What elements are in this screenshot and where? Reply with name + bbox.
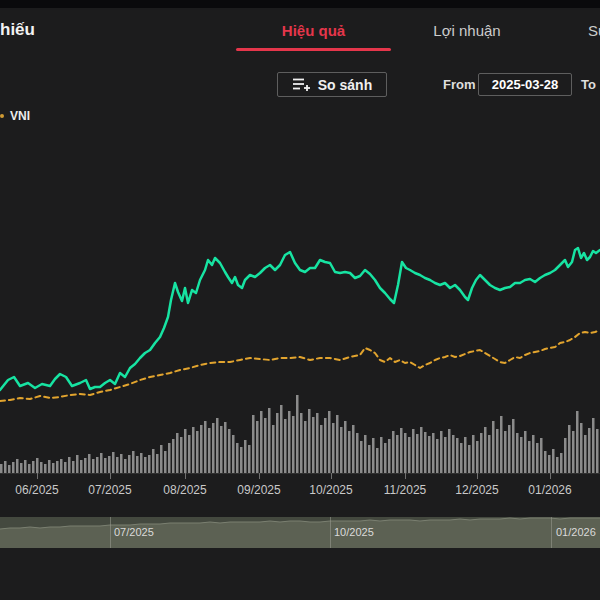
volume-bar — [312, 417, 315, 473]
volume-bar — [196, 431, 199, 473]
volume-bar — [112, 452, 115, 473]
x-axis-label: 07/2025 — [88, 483, 131, 497]
volume-bar — [356, 433, 359, 473]
chart-plot-area[interactable] — [0, 0, 600, 517]
volume-bar — [60, 459, 63, 473]
volume-bar — [476, 441, 479, 473]
volume-bar — [104, 458, 107, 473]
volume-bar — [440, 431, 443, 473]
volume-bar — [400, 428, 403, 473]
volume-bar — [180, 437, 183, 473]
volume-bar — [168, 443, 171, 473]
volume-bar — [580, 423, 583, 473]
volume-bar — [412, 429, 415, 473]
volume-bar — [56, 461, 59, 473]
performance-line[interactable] — [0, 248, 600, 390]
volume-bar — [88, 454, 91, 473]
volume-bar — [144, 457, 147, 473]
volume-bar — [416, 434, 419, 473]
volume-bar — [536, 443, 539, 473]
navigator-scrubber[interactable] — [0, 517, 600, 548]
volume-bar — [424, 432, 427, 473]
volume-bar — [12, 462, 15, 473]
volume-bar — [576, 411, 579, 473]
volume-bar — [560, 453, 563, 473]
volume-bar — [44, 464, 47, 473]
volume-bar — [372, 438, 375, 473]
volume-bar — [508, 425, 511, 473]
volume-bar — [32, 461, 35, 473]
volume-bar — [8, 465, 11, 473]
volume-bar — [64, 462, 67, 473]
volume-bar — [176, 433, 179, 473]
volume-bar — [556, 457, 559, 473]
volume-bar — [488, 435, 491, 473]
volume-bar — [220, 426, 223, 473]
volume-bar — [396, 435, 399, 473]
volume-bar — [80, 460, 83, 473]
volume-bar — [208, 428, 211, 473]
volume-bar — [520, 437, 523, 473]
volume-bar — [452, 435, 455, 473]
volume-bar — [352, 425, 355, 473]
volume-bar — [340, 427, 343, 473]
volume-bar — [364, 435, 367, 473]
volume-bar — [276, 413, 279, 473]
volume-bar — [20, 463, 23, 473]
volume-bar — [348, 431, 351, 473]
volume-bar — [376, 448, 379, 473]
volume-bar — [384, 443, 387, 473]
volume-bar — [304, 421, 307, 473]
volume-bar — [24, 460, 27, 473]
x-axis-label: 06/2025 — [15, 483, 58, 497]
volume-bar — [280, 405, 283, 473]
volume-bar — [4, 461, 7, 473]
volume-bar — [292, 416, 295, 473]
volume-bar — [0, 464, 3, 473]
volume-bar — [260, 411, 263, 473]
volume-bar — [524, 431, 527, 473]
volume-bar — [448, 429, 451, 473]
volume-bar — [484, 427, 487, 473]
x-axis-label: 10/2025 — [309, 483, 352, 497]
volume-bar — [320, 425, 323, 473]
volume-bar — [328, 411, 331, 473]
volume-bar — [532, 435, 535, 473]
volume-bar — [212, 423, 215, 473]
volume-bar — [248, 445, 251, 473]
volume-bar — [16, 459, 19, 473]
volume-bar — [336, 415, 339, 473]
volume-bar — [124, 459, 127, 473]
volume-bar — [92, 459, 95, 473]
volume-bar — [136, 456, 139, 473]
volume-bar — [204, 421, 207, 473]
volume-bar — [268, 408, 271, 473]
volume-bar — [324, 418, 327, 473]
volume-bar — [468, 445, 471, 473]
volume-bar — [100, 453, 103, 473]
volume-bar — [244, 440, 247, 473]
volume-bar — [228, 429, 231, 473]
volume-bar — [392, 431, 395, 473]
volume-bar — [316, 413, 319, 473]
volume-bar — [540, 438, 543, 473]
volume-bar — [472, 435, 475, 473]
volume-bar — [388, 439, 391, 473]
x-axis-label: 12/2025 — [455, 483, 498, 497]
volume-bar — [96, 457, 99, 473]
vni-line[interactable] — [0, 330, 600, 401]
x-axis-label: 08/2025 — [163, 483, 206, 497]
volume-bar — [264, 418, 267, 473]
volume-bar — [256, 421, 259, 473]
volume-bar — [432, 433, 435, 473]
volume-bar — [128, 455, 131, 473]
volume-bar — [252, 415, 255, 473]
navigator-label: 10/2025 — [334, 526, 374, 538]
volume-bar — [236, 443, 239, 473]
volume-bar — [152, 449, 155, 473]
volume-bar — [200, 425, 203, 473]
volume-bar — [428, 436, 431, 473]
volume-bar — [288, 411, 291, 473]
volume-bar — [52, 463, 55, 473]
volume-bar — [224, 422, 227, 473]
